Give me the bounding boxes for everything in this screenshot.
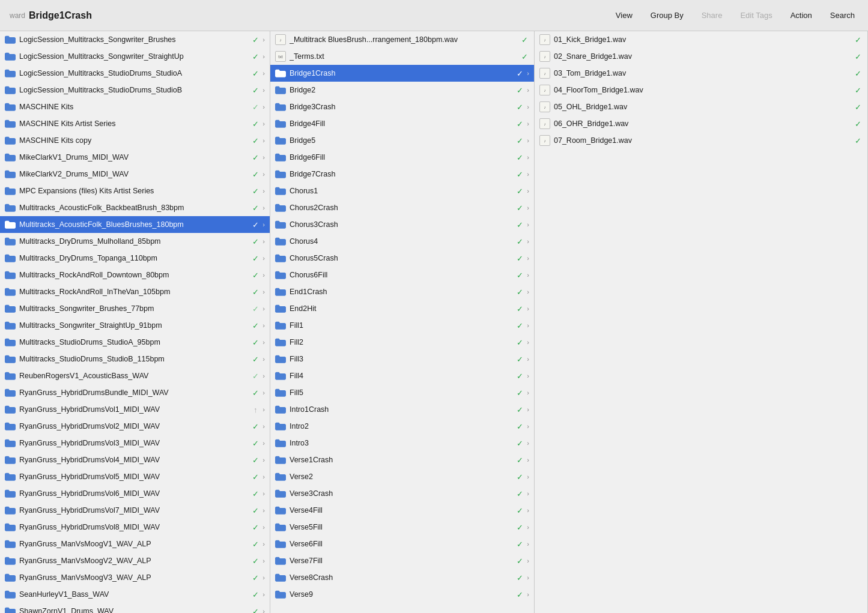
- list-item[interactable]: Multitracks_RockAndRoll_InTheVan_105bpm …: [0, 283, 270, 300]
- list-item[interactable]: Multitracks_AcousticFolk_BluesBrushes_18…: [0, 216, 270, 233]
- groupby-button[interactable]: Group By: [647, 8, 687, 22]
- list-item[interactable]: LogicSession_Multitracks_Songwriter_Stra…: [0, 48, 270, 65]
- folder-icon: [5, 388, 16, 397]
- list-item[interactable]: txt _Terms.txt ✓: [270, 48, 534, 65]
- list-item[interactable]: ♪ 07_Room_Bridge1.wav ✓: [535, 132, 867, 149]
- list-item[interactable]: RyanGruss_HybridDrumsVol5_MIDI_WAV ✓ ›: [0, 468, 270, 485]
- list-item[interactable]: RyanGruss_HybridDrumsVol4_MIDI_WAV ✓ ›: [0, 451, 270, 468]
- list-item[interactable]: Verse4Fill ✓ ›: [270, 502, 534, 519]
- back-label[interactable]: ward: [10, 11, 25, 20]
- list-item[interactable]: ReubenRogersV1_AcousticBass_WAV ✓ ›: [0, 367, 270, 384]
- list-item[interactable]: Chorus2Crash ✓ ›: [270, 199, 534, 216]
- list-item[interactable]: Multitracks_RockAndRoll_Downtown_80bpm ✓…: [0, 267, 270, 283]
- list-item[interactable]: Chorus6Fill ✓ ›: [270, 267, 534, 283]
- chevron-right-icon: ›: [263, 36, 265, 43]
- mid-column-scroll[interactable]: ♪ _Multitrack BluesBrush...rrangement_18…: [270, 31, 534, 613]
- list-item[interactable]: RyanGruss_HybridDrumsVol6_MIDI_WAV ✓ ›: [0, 485, 270, 502]
- list-item[interactable]: MPC Expansions (files) Kits Artist Serie…: [0, 183, 270, 199]
- list-item[interactable]: MikeClarkV2_Drums_MIDI_WAV ✓ ›: [0, 166, 270, 183]
- list-item[interactable]: Verse1Crash ✓ ›: [270, 451, 534, 468]
- list-item[interactable]: MASCHINE Kits ✓ ›: [0, 98, 270, 115]
- list-item[interactable]: MASCHINE Kits Artist Series ✓ ›: [0, 115, 270, 132]
- list-item[interactable]: Bridge2 ✓ ›: [270, 82, 534, 98]
- view-button[interactable]: View: [612, 8, 636, 22]
- list-item[interactable]: ♪ 04_FloorTom_Bridge1.wav ✓: [535, 82, 867, 98]
- list-item[interactable]: ♪ 06_OHR_Bridge1.wav ✓: [535, 115, 867, 132]
- list-item[interactable]: Intro3 ✓ ›: [270, 435, 534, 451]
- status-green-icon: ✓: [515, 169, 524, 179]
- list-item[interactable]: ♪ 05_OHL_Bridge1.wav ✓: [535, 98, 867, 115]
- list-item[interactable]: RyanGruss_HybridDrumsVol7_MIDI_WAV ✓ ›: [0, 502, 270, 519]
- list-item[interactable]: LogicSession_Multitracks_StudioDrums_Stu…: [0, 65, 270, 82]
- list-item[interactable]: Fill1 ✓ ›: [270, 317, 534, 334]
- list-item[interactable]: End2Hit ✓ ›: [270, 300, 534, 317]
- list-item[interactable]: Chorus1 ✓ ›: [270, 183, 534, 199]
- list-item[interactable]: Verse2 ✓ ›: [270, 468, 534, 485]
- list-item[interactable]: End1Crash ✓ ›: [270, 283, 534, 300]
- chevron-right-icon: ›: [527, 490, 529, 497]
- list-item[interactable]: RyanGruss_ManVsMoogV3_WAV_ALP ✓ ›: [0, 569, 270, 586]
- list-item[interactable]: Multitracks_Songwriter_StraightUp_91bpm …: [0, 317, 270, 334]
- list-item[interactable]: Verse8Crash ✓ ›: [270, 569, 534, 586]
- list-item[interactable]: RyanGruss_ManVsMoogV2_WAV_ALP ✓ ›: [0, 552, 270, 569]
- list-item[interactable]: RyanGruss_HybridDrumsVol3_MIDI_WAV ✓ ›: [0, 435, 270, 451]
- list-item[interactable]: Intro1Crash ✓ ›: [270, 401, 534, 418]
- list-item[interactable]: ♪ 02_Snare_Bridge1.wav ✓: [535, 48, 867, 65]
- list-item[interactable]: MASCHINE Kits copy ✓ ›: [0, 132, 270, 149]
- list-item[interactable]: Chorus5Crash ✓ ›: [270, 250, 534, 267]
- status-green-icon: ✓: [250, 287, 260, 297]
- list-item[interactable]: Fill4 ✓ ›: [270, 367, 534, 384]
- status-green-icon: ✓: [520, 35, 529, 44]
- list-item[interactable]: Intro2 ✓ ›: [270, 418, 534, 435]
- list-item[interactable]: LogicSession_Multitracks_Songwriter_Brus…: [0, 31, 270, 48]
- edittags-button[interactable]: Edit Tags: [736, 8, 775, 22]
- list-item[interactable]: Chorus4 ✓ ›: [270, 233, 534, 250]
- list-item[interactable]: SeanHurleyV1_Bass_WAV ✓ ›: [0, 586, 270, 603]
- list-item[interactable]: Verse7Fill ✓ ›: [270, 552, 534, 569]
- left-column-scroll[interactable]: LogicSession_Multitracks_Songwriter_Brus…: [0, 31, 270, 613]
- status-green-icon: ✓: [515, 304, 524, 313]
- list-item[interactable]: Fill5 ✓ ›: [270, 384, 534, 401]
- list-item[interactable]: Multitracks_DryDrums_Mulholland_85bpm ✓ …: [0, 233, 270, 250]
- list-item[interactable]: RyanGruss_HybridDrumsVol1_MIDI_WAV ↑ ›: [0, 401, 270, 418]
- list-item[interactable]: Verse6Fill ✓ ›: [270, 536, 534, 552]
- list-item[interactable]: Bridge1Crash ✓ ›: [270, 65, 534, 82]
- list-item[interactable]: Bridge7Crash ✓ ›: [270, 166, 534, 183]
- list-item[interactable]: ♪ 03_Tom_Bridge1.wav ✓: [535, 65, 867, 82]
- list-item[interactable]: MikeClarkV1_Drums_MIDI_WAV ✓ ›: [0, 149, 270, 166]
- list-item[interactable]: ♪ 01_Kick_Bridge1.wav ✓: [535, 31, 867, 48]
- list-item[interactable]: Bridge6Fill ✓ ›: [270, 149, 534, 166]
- right-column-scroll[interactable]: ♪ 01_Kick_Bridge1.wav ✓ ♪ 02_Snare_Bridg…: [535, 31, 867, 613]
- list-item[interactable]: Verse3Crash ✓ ›: [270, 485, 534, 502]
- list-item[interactable]: Bridge5 ✓ ›: [270, 132, 534, 149]
- list-item[interactable]: Multitracks_DryDrums_Topanga_110bpm ✓ ›: [0, 250, 270, 267]
- list-item[interactable]: Multitracks_Songwriter_Brushes_77bpm ✓ ›: [0, 300, 270, 317]
- list-item[interactable]: RyanGruss_ManVsMoogV1_WAV_ALP ✓ ›: [0, 536, 270, 552]
- chevron-right-icon: ›: [263, 574, 265, 581]
- action-button[interactable]: Action: [787, 8, 816, 22]
- list-item[interactable]: Bridge3Crash ✓ ›: [270, 98, 534, 115]
- list-item[interactable]: Multitracks_StudioDrums_StudioB_115bpm ✓…: [0, 351, 270, 367]
- list-item[interactable]: RyanGruss_HybridDrumsVol8_MIDI_WAV ✓ ›: [0, 519, 270, 536]
- list-item[interactable]: ShawnZornV1_Drums_WAV ✓ ›: [0, 603, 270, 613]
- list-item[interactable]: Multitracks_AcousticFolk_BackbeatBrush_8…: [0, 199, 270, 216]
- list-item[interactable]: Multitracks_StudioDrums_StudioA_95bpm ✓ …: [0, 334, 270, 351]
- list-item[interactable]: Chorus3Crash ✓ ›: [270, 216, 534, 233]
- status-gray-icon: ↑: [250, 405, 260, 414]
- list-item[interactable]: RyanGruss_HybridDrumsBundle_MIDI_WAV ✓ ›: [0, 384, 270, 401]
- item-name: MASCHINE Kits: [19, 103, 248, 111]
- item-name: Multitracks_AcousticFolk_BackbeatBrush_8…: [19, 204, 248, 212]
- list-item[interactable]: RyanGruss_HybridDrumsVol2_MIDI_WAV ✓ ›: [0, 418, 270, 435]
- list-item[interactable]: ♪ _Multitrack BluesBrush...rrangement_18…: [270, 31, 534, 48]
- folder-icon: [5, 573, 16, 582]
- list-item[interactable]: Fill2 ✓ ›: [270, 334, 534, 351]
- share-button[interactable]: Share: [698, 8, 726, 22]
- list-item[interactable]: LogicSession_Multitracks_StudioDrums_Stu…: [0, 82, 270, 98]
- search-button[interactable]: Search: [827, 8, 858, 22]
- list-item[interactable]: Verse9 ✓ ›: [270, 586, 534, 603]
- item-name: Fill5: [290, 388, 512, 397]
- list-item[interactable]: Verse5Fill ✓ ›: [270, 519, 534, 536]
- list-item[interactable]: Bridge4Fill ✓ ›: [270, 115, 534, 132]
- list-item[interactable]: Fill3 ✓ ›: [270, 351, 534, 367]
- folder-icon: [275, 304, 286, 313]
